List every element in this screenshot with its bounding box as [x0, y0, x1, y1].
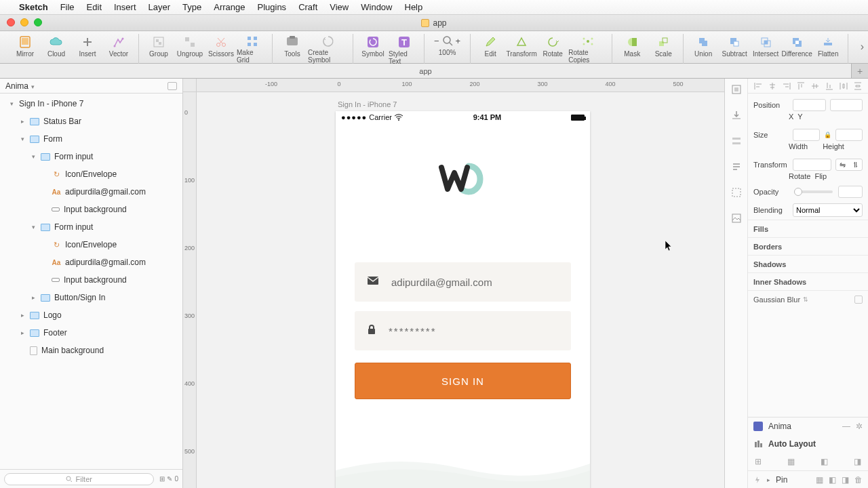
- inspector-tab-export[interactable]: [730, 108, 743, 122]
- tool-rotatecopies[interactable]: Rotate Copies: [568, 34, 608, 64]
- pin-row[interactable]: ▸Pin ▦ ◧ ◨ 🗑: [748, 470, 868, 488]
- tool-tools[interactable]: Tools: [277, 34, 308, 64]
- layer-button-signin[interactable]: ▸Button/Sign In: [0, 289, 182, 306]
- layer-email-text-2[interactable]: Aaadipurdila@gmail.com: [0, 253, 182, 271]
- distribute-h-button[interactable]: [839, 82, 848, 90]
- tool-transform[interactable]: Transform: [506, 34, 537, 64]
- ruler-vertical[interactable]: 0 100 200 300 400 500: [183, 92, 197, 488]
- menu-window[interactable]: Window: [361, 2, 392, 12]
- align-vcenter-button[interactable]: [810, 82, 820, 90]
- layer-statusbar[interactable]: ▸Status Bar: [0, 113, 182, 130]
- menu-view[interactable]: View: [330, 2, 349, 12]
- pin-tool-1[interactable]: ▦: [816, 475, 823, 485]
- layer-form[interactable]: ▾Form: [0, 130, 182, 148]
- tool-scissors[interactable]: Scissors: [205, 34, 237, 64]
- trash-icon[interactable]: 🗑: [854, 475, 863, 485]
- tool-createsymbol[interactable]: Create Symbol: [308, 34, 349, 64]
- inspector-tab-selection[interactable]: [730, 186, 743, 199]
- close-window-button[interactable]: [7, 18, 15, 26]
- align-bottom-button[interactable]: [825, 82, 834, 90]
- tool-insert[interactable]: Insert: [72, 34, 103, 64]
- layer-input-bg-1[interactable]: Input background: [0, 201, 182, 218]
- menu-arrange[interactable]: Arrange: [214, 2, 245, 12]
- app-name[interactable]: Sketch: [19, 2, 48, 12]
- layout-tool-3[interactable]: ◧: [821, 457, 828, 466]
- layer-footer[interactable]: ▸Footer: [0, 324, 182, 342]
- layer-logo[interactable]: ▸Logo: [0, 306, 182, 324]
- tool-vector[interactable]: Vector: [103, 34, 134, 64]
- layout-tool-4[interactable]: ◨: [854, 457, 861, 466]
- opacity-field[interactable]: [838, 186, 863, 198]
- menu-type[interactable]: Type: [182, 2, 201, 12]
- tool-cloud[interactable]: Cloud: [41, 34, 72, 64]
- tool-subtract[interactable]: Subtract: [719, 34, 750, 64]
- layer-icon-envelope-1[interactable]: ↻Icon/Envelope: [0, 165, 182, 183]
- pin-tool-2[interactable]: ◧: [829, 475, 836, 485]
- tool-makegrid[interactable]: Make Grid: [237, 34, 268, 64]
- width-field[interactable]: [793, 129, 820, 141]
- tool-flatten[interactable]: Flatten: [812, 34, 844, 64]
- align-top-button[interactable]: [796, 82, 806, 90]
- tool-difference[interactable]: Difference: [781, 34, 812, 64]
- layer-input-bg-2[interactable]: Input background: [0, 271, 182, 289]
- borders-section[interactable]: Borders: [748, 237, 868, 255]
- fills-section[interactable]: Fills: [748, 220, 868, 237]
- height-field[interactable]: [835, 129, 863, 141]
- add-tab-button[interactable]: +: [852, 64, 868, 78]
- menu-help[interactable]: Help: [405, 2, 423, 12]
- panel-toggle-icon[interactable]: [167, 82, 177, 90]
- zoom-window-button[interactable]: [34, 18, 42, 26]
- tool-mask[interactable]: Mask: [616, 34, 648, 64]
- layer-icon-envelope-2[interactable]: ↻Icon/Envelope: [0, 236, 182, 253]
- rotate-field[interactable]: [793, 159, 831, 171]
- tool-edit[interactable]: Edit: [475, 34, 506, 64]
- y-field[interactable]: [830, 99, 863, 111]
- artboard-label[interactable]: Sign In - iPhone 7: [338, 100, 397, 108]
- tool-symbol[interactable]: Symbol: [357, 34, 389, 64]
- anima-panel-header[interactable]: Anima—✲: [748, 418, 868, 435]
- inspector-tab-text[interactable]: [730, 160, 743, 174]
- zoom-out-button[interactable]: −: [434, 36, 439, 46]
- tool-rotate[interactable]: Rotate: [537, 34, 568, 64]
- artboard-row[interactable]: ▾Sign In - iPhone 7: [0, 95, 182, 113]
- align-right-button[interactable]: [782, 82, 791, 90]
- zoom-in-button[interactable]: +: [456, 36, 461, 46]
- menu-file[interactable]: File: [60, 2, 75, 12]
- align-hcenter-button[interactable]: [768, 82, 777, 90]
- inspector-tab-image[interactable]: [730, 211, 743, 225]
- pin-tool-3[interactable]: ◨: [842, 475, 849, 485]
- ruler-horizontal[interactable]: -100 0 100 200 300 400 500: [197, 79, 724, 92]
- menu-edit[interactable]: Edit: [87, 2, 102, 12]
- gaussian-blur-section[interactable]: Gaussian Blur⇅: [748, 290, 868, 308]
- layout-tool-2[interactable]: ▦: [787, 457, 795, 466]
- filter-input[interactable]: Filter: [4, 473, 154, 485]
- toolbar-overflow-icon[interactable]: ›: [861, 41, 864, 53]
- blending-select[interactable]: Normal: [793, 203, 863, 217]
- inspector-tab-prototype[interactable]: [730, 134, 743, 148]
- inner-shadows-section[interactable]: Inner Shadows: [748, 272, 868, 290]
- tool-group[interactable]: Group: [143, 34, 174, 64]
- layer-email-text-1[interactable]: Aaadipurdila@gmail.com: [0, 183, 182, 201]
- inspector-tab-design[interactable]: [730, 83, 743, 96]
- menu-layer[interactable]: Layer: [149, 2, 171, 12]
- tool-styledtext[interactable]: TStyled Text: [389, 34, 420, 64]
- plugin-dropdown[interactable]: Anima▾: [0, 79, 182, 94]
- menu-craft[interactable]: Craft: [298, 2, 317, 12]
- layer-forminput-2[interactable]: ▾Form input: [0, 218, 182, 236]
- minimize-window-button[interactable]: [20, 18, 28, 26]
- menu-plugins[interactable]: Plugins: [257, 2, 286, 12]
- ruler-origin[interactable]: [183, 79, 197, 92]
- artboard[interactable]: ●●●●● Carrier 9:41 PM adipurdila@gmail.c…: [336, 111, 590, 488]
- canvas-area[interactable]: -100 0 100 200 300 400 500 0 100 200 300…: [183, 79, 724, 488]
- zoom-level[interactable]: 100%: [439, 49, 456, 56]
- align-left-button[interactable]: [753, 82, 763, 90]
- opacity-slider[interactable]: [794, 190, 833, 193]
- distribute-v-button[interactable]: [853, 82, 863, 90]
- tool-scale[interactable]: Scale: [648, 34, 679, 64]
- document-tab[interactable]: app: [0, 64, 852, 78]
- x-field[interactable]: [793, 99, 826, 111]
- tool-ungroup[interactable]: Ungroup: [174, 34, 205, 64]
- tool-intersect[interactable]: Intersect: [750, 34, 781, 64]
- layout-tool-1[interactable]: ⊞: [755, 457, 762, 466]
- tool-mirror[interactable]: Mirror: [9, 34, 41, 64]
